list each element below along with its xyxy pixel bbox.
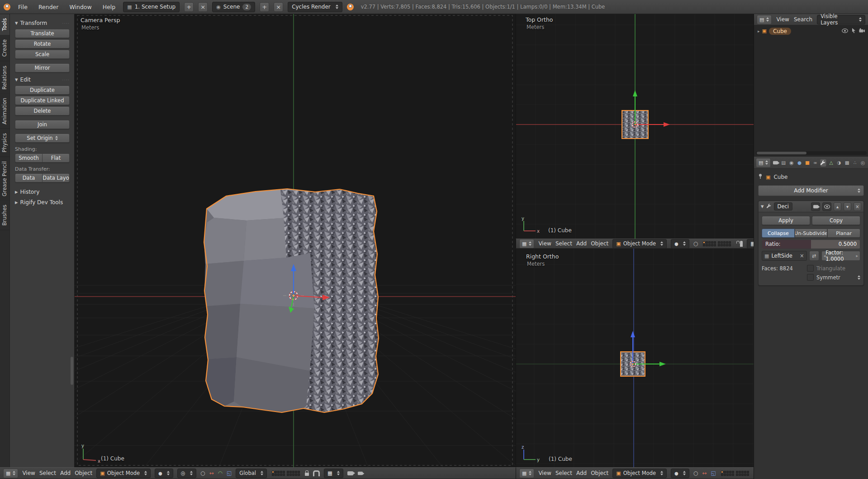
- viewport-shading-dropdown[interactable]: ●: [155, 469, 173, 478]
- translate-button[interactable]: Translate: [15, 29, 70, 38]
- outliner-item-cube[interactable]: ▸ ▣ Cube: [754, 25, 868, 36]
- tab-brushes[interactable]: Brushes: [0, 201, 9, 230]
- opengl-render-icon[interactable]: [347, 471, 353, 475]
- menu-add[interactable]: Add: [60, 470, 71, 476]
- manipulator-scale-icon[interactable]: ◱: [711, 470, 716, 476]
- add-modifier-dropdown[interactable]: Add Modifier: [758, 185, 864, 196]
- tab-material-icon[interactable]: ◑: [836, 158, 843, 167]
- tab-physics[interactable]: Physics: [0, 129, 9, 157]
- join-button[interactable]: Join: [15, 120, 70, 129]
- tab-object-data-icon[interactable]: △: [828, 158, 835, 167]
- delete-modifier-button[interactable]: ×: [854, 202, 861, 211]
- viewport-visibility-toggle[interactable]: [822, 202, 831, 211]
- mode-planar-button[interactable]: Planar: [827, 229, 860, 238]
- move-modifier-down-button[interactable]: ▾: [844, 202, 851, 211]
- render-engine-selector[interactable]: Cycles Render: [288, 2, 342, 12]
- menu-select[interactable]: Select: [555, 240, 572, 247]
- pin-icon[interactable]: [758, 173, 763, 181]
- scene-selector[interactable]: ◉ Scene 2: [212, 2, 255, 12]
- viewport-shading-dropdown[interactable]: ●: [671, 239, 689, 249]
- menu-render[interactable]: Render: [35, 4, 62, 10]
- tab-create[interactable]: Create: [0, 35, 9, 61]
- screen-layout-selector[interactable]: ▦ 1. Scene Setup: [123, 2, 180, 12]
- tab-constraints-icon[interactable]: ∞: [812, 158, 819, 167]
- menu-object[interactable]: Object: [591, 470, 608, 476]
- scale-button[interactable]: Scale: [15, 50, 70, 59]
- menu-object[interactable]: Object: [75, 470, 92, 476]
- manipulator-scale-icon[interactable]: ◱: [227, 470, 232, 476]
- data-transfer-layout-button[interactable]: Data Layo: [43, 173, 70, 182]
- editor-type-button[interactable]: ▦: [519, 469, 534, 478]
- editor-type-button[interactable]: ▤: [757, 15, 772, 24]
- visibility-eye-icon[interactable]: [842, 28, 848, 34]
- menu-file[interactable]: File: [15, 4, 31, 10]
- mode-unsubdivide-button[interactable]: Un-Subdivide: [795, 229, 828, 238]
- tab-particles-icon[interactable]: ∴: [852, 158, 859, 167]
- copy-button[interactable]: Copy: [812, 216, 860, 225]
- blender-logo-icon[interactable]: [4, 4, 10, 10]
- viewport-3d-right-ortho[interactable]: Right Ortho Meters (1) Cube z y: [516, 249, 754, 467]
- tab-object-icon[interactable]: ■: [804, 158, 811, 167]
- panel-transform-header[interactable]: ▼ Transform ····: [15, 20, 70, 26]
- tab-render-layers-icon[interactable]: ▤: [780, 158, 787, 167]
- proportional-edit-icon[interactable]: ○: [200, 470, 205, 476]
- outliner-display-dropdown[interactable]: Visible Layers: [817, 15, 865, 24]
- factor-field[interactable]: ◂ Factor: 1.0000 ▸: [821, 251, 860, 261]
- snap-magnet-icon[interactable]: [740, 241, 743, 247]
- ratio-slider[interactable]: Ratio: 0.5000: [762, 240, 860, 249]
- viewport-shading-dropdown[interactable]: ●: [671, 469, 689, 478]
- mode-dropdown[interactable]: ▣Object Mode: [96, 469, 151, 478]
- pivot-point-dropdown[interactable]: ◎: [177, 469, 196, 478]
- clear-vertex-group-icon[interactable]: ×: [800, 253, 804, 259]
- data-transfer-data-button[interactable]: Data: [15, 173, 43, 182]
- proportional-edit-icon[interactable]: ○: [693, 240, 698, 247]
- apply-button[interactable]: Apply: [762, 216, 810, 225]
- tab-grease-pencil[interactable]: Grease Pencil: [0, 157, 9, 201]
- expand-arrow-icon[interactable]: ▼: [761, 204, 764, 209]
- menu-object[interactable]: Object: [591, 240, 608, 247]
- lock-camera-icon[interactable]: [305, 473, 309, 476]
- panel-history-header[interactable]: ▶ History: [15, 189, 70, 195]
- renderability-camera-icon[interactable]: [859, 28, 865, 34]
- set-origin-dropdown[interactable]: Set Origin: [15, 134, 70, 143]
- tab-scene-icon[interactable]: ◉: [788, 158, 795, 167]
- proportional-edit-icon[interactable]: ○: [693, 470, 698, 476]
- menu-view[interactable]: View: [538, 470, 551, 476]
- duplicate-linked-button[interactable]: Duplicate Linked: [15, 96, 70, 105]
- shade-flat-button[interactable]: Flat: [43, 153, 70, 163]
- modifier-name-field[interactable]: Deci: [774, 202, 792, 211]
- layers-widget[interactable]: [721, 471, 749, 476]
- manipulator-translate-icon[interactable]: ↔: [209, 470, 213, 476]
- delete-button[interactable]: Delete: [15, 106, 70, 115]
- triangulate-checkbox[interactable]: Triangulate: [807, 265, 860, 272]
- render-visibility-toggle[interactable]: [811, 202, 820, 211]
- menu-search[interactable]: Search: [794, 16, 812, 23]
- menu-view[interactable]: View: [776, 16, 789, 23]
- mode-dropdown[interactable]: ▣Object Mode: [612, 239, 667, 249]
- tab-world-icon[interactable]: ●: [796, 158, 803, 167]
- mode-collapse-button[interactable]: Collapse: [762, 229, 795, 238]
- opengl-render-anim-icon[interactable]: [358, 471, 363, 475]
- disclosure-triangle-icon[interactable]: ▸: [758, 29, 760, 34]
- remove-layout-button[interactable]: ×: [198, 2, 208, 12]
- menu-select[interactable]: Select: [555, 470, 572, 476]
- panel-rigify-header[interactable]: ▶ Rigify Dev Tools: [15, 199, 70, 206]
- symmetry-checkbox[interactable]: Symmetr: [807, 274, 860, 281]
- menu-help[interactable]: Help: [100, 4, 119, 10]
- menu-window[interactable]: Window: [66, 4, 95, 10]
- layers-widget[interactable]: [272, 471, 300, 476]
- viewport-3d-top-ortho[interactable]: Top Ortho Meters (1) Cube y x: [516, 14, 754, 239]
- snap-element-dropdown[interactable]: ▦: [747, 239, 754, 249]
- remove-scene-button[interactable]: ×: [274, 2, 283, 12]
- invert-vertex-group-button[interactable]: ⇄: [809, 251, 819, 261]
- duplicate-button[interactable]: Duplicate: [15, 86, 70, 95]
- menu-select[interactable]: Select: [39, 470, 56, 476]
- tab-modifiers-icon[interactable]: [820, 158, 827, 167]
- editor-type-button[interactable]: ▦: [519, 239, 534, 249]
- viewport-3d-main[interactable]: Camera Persp Meters (1) Cube y x: [75, 14, 516, 467]
- snap-magnet-icon[interactable]: [313, 470, 320, 476]
- vertex-group-selector[interactable]: ▦ LeftSide ×: [762, 251, 807, 261]
- mirror-button[interactable]: Mirror: [15, 63, 70, 72]
- manipulator-rotate-icon[interactable]: ◠: [218, 470, 222, 476]
- rotate-button[interactable]: Rotate: [15, 39, 70, 48]
